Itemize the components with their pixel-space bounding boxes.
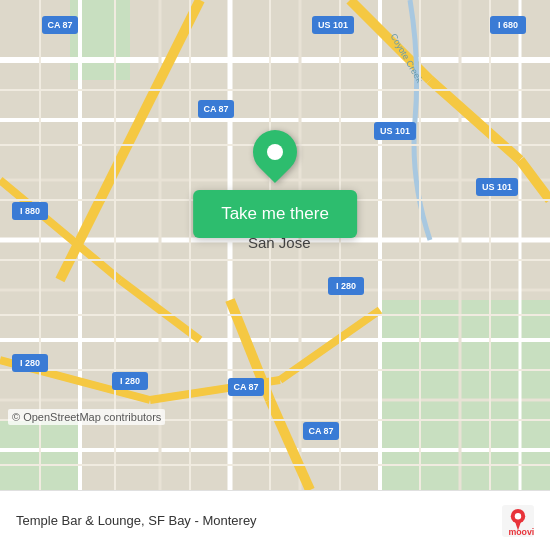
moovit-icon: moovit	[502, 505, 534, 537]
copyright-text: © OpenStreetMap contributors	[8, 409, 165, 425]
pin-inner	[267, 144, 283, 160]
svg-text:CA 87: CA 87	[203, 104, 228, 114]
moovit-logo: moovit	[502, 505, 534, 537]
map-container: Coyote Creek San Jose CA 87 US 101 I 680…	[0, 0, 550, 490]
venue-name: Temple Bar & Lounge, SF Bay - Monterey	[16, 513, 257, 528]
svg-point-76	[515, 513, 521, 519]
svg-text:CA 87: CA 87	[47, 20, 72, 30]
location-pin	[253, 130, 297, 174]
svg-rect-2	[380, 300, 550, 490]
svg-text:US 101: US 101	[380, 126, 410, 136]
svg-text:CA 87: CA 87	[233, 382, 258, 392]
svg-text:I 280: I 280	[20, 358, 40, 368]
pin-outer	[244, 121, 306, 183]
svg-text:US 101: US 101	[482, 182, 512, 192]
bottom-bar: Temple Bar & Lounge, SF Bay - Monterey m…	[0, 490, 550, 550]
svg-text:CA 87: CA 87	[308, 426, 333, 436]
take-me-there-button[interactable]: Take me there	[193, 190, 357, 238]
svg-text:I 680: I 680	[498, 20, 518, 30]
svg-text:I 280: I 280	[120, 376, 140, 386]
svg-text:moovit: moovit	[508, 527, 534, 537]
svg-text:US 101: US 101	[318, 20, 348, 30]
svg-text:I 880: I 880	[20, 206, 40, 216]
svg-text:I 280: I 280	[336, 281, 356, 291]
